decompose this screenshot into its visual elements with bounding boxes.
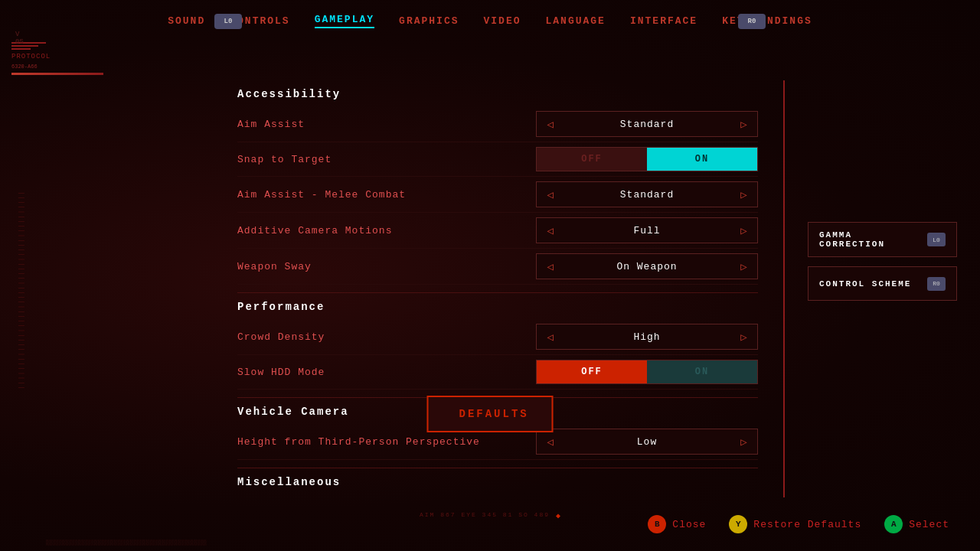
weapon-sway-selector[interactable]: ◁ On Weapon ▷: [536, 253, 758, 279]
setting-slow-hdd: Slow HDD Mode OFF ON: [237, 355, 758, 390]
crowd-density-value: High: [564, 331, 730, 343]
action-select[interactable]: A Select: [884, 515, 949, 533]
action-close[interactable]: B Close: [648, 515, 706, 533]
slow-hdd-on[interactable]: ON: [647, 360, 757, 383]
left-sidebar-decoration: ││││││││││││││││││││││││││││││││││││││││…: [15, 191, 27, 474]
section-performance: Performance: [237, 292, 758, 319]
aim-assist-label: Aim Assist: [237, 119, 536, 130]
aim-assist-selector[interactable]: ◁ Standard ▷: [536, 111, 758, 137]
snap-to-target-label: Snap to Target: [237, 154, 536, 165]
main-divider: [783, 80, 785, 497]
weapon-sway-next[interactable]: ▷: [730, 254, 757, 279]
control-scheme-badge: R0: [927, 277, 946, 291]
select-label: Select: [909, 519, 949, 530]
crowd-density-selector[interactable]: ◁ High ▷: [536, 324, 758, 350]
nav-interface[interactable]: INTERFACE: [630, 15, 697, 27]
slow-hdd-label: Slow HDD Mode: [237, 367, 536, 378]
controller-right-badge: R0: [738, 14, 766, 29]
right-panel: GAMMA CORRECTION L0 CONTROL SCHEME R0: [808, 222, 957, 301]
weapon-sway-prev[interactable]: ◁: [537, 254, 564, 279]
additive-camera-label: Additive Camera Motions: [237, 225, 536, 236]
snap-to-target-toggle[interactable]: OFF ON: [536, 147, 758, 171]
vehicle-height-value: Low: [564, 436, 730, 448]
logo-title: PROTOCOL: [11, 52, 126, 62]
vehicle-height-next[interactable]: ▷: [730, 429, 757, 454]
bottom-actions-bar: B Close Y Restore Defaults A Select: [0, 497, 980, 551]
restore-defaults-label: Restore Defaults: [753, 519, 861, 530]
setting-weapon-sway: Weapon Sway ◁ On Weapon ▷: [237, 249, 758, 285]
aim-assist-melee-label: Aim Assist - Melee Combat: [237, 189, 536, 201]
control-scheme-label: CONTROL SCHEME: [819, 279, 911, 289]
aim-assist-melee-selector[interactable]: ◁ Standard ▷: [536, 181, 758, 207]
weapon-sway-value: On Weapon: [564, 261, 730, 272]
weapon-sway-label: Weapon Sway: [237, 261, 536, 272]
gamma-correction-button[interactable]: GAMMA CORRECTION L0: [808, 222, 957, 257]
setting-additive-camera: Additive Camera Motions ◁ Full ▷: [237, 213, 758, 249]
aim-assist-melee-next[interactable]: ▷: [730, 182, 757, 207]
snap-to-target-on[interactable]: ON: [647, 148, 757, 171]
nav-graphics[interactable]: GRAPHICS: [399, 15, 459, 27]
nav-gameplay[interactable]: GAMEPLAY: [315, 14, 374, 28]
vehicle-height-selector[interactable]: ◁ Low ▷: [536, 429, 758, 455]
gamma-correction-badge: L0: [927, 233, 946, 246]
aim-assist-prev[interactable]: ◁: [537, 112, 564, 136]
gamma-correction-label: GAMMA CORRECTION: [819, 230, 921, 249]
crowd-density-next[interactable]: ▷: [730, 324, 757, 349]
action-restore-defaults[interactable]: Y Restore Defaults: [729, 515, 861, 533]
nav-key-bindings[interactable]: KEY BINDINGS: [722, 15, 812, 27]
vehicle-height-label: Height from Third-Person Perspective: [237, 436, 536, 448]
sidebar-vertical-text: ││││││││││││││││││││││││││││││││││││││││…: [15, 191, 27, 474]
b-button-icon: B: [648, 515, 666, 533]
slow-hdd-off[interactable]: OFF: [537, 360, 647, 383]
controller-left-badge: L0: [214, 14, 242, 29]
y-button-icon: Y: [729, 515, 747, 533]
left-badge-label: L0: [224, 18, 233, 25]
nav-language[interactable]: LANGUAGE: [546, 15, 606, 27]
snap-to-target-off[interactable]: OFF: [537, 148, 647, 171]
setting-crowd-density: Crowd Density ◁ High ▷: [237, 319, 758, 355]
vehicle-height-prev[interactable]: ◁: [537, 429, 564, 454]
additive-camera-value: Full: [564, 225, 730, 236]
logo-lines: [11, 42, 126, 50]
nav-sound[interactable]: SOUND: [168, 15, 205, 27]
a-button-icon: A: [884, 515, 903, 533]
v-version-label: V05: [15, 31, 24, 46]
aim-assist-next[interactable]: ▷: [730, 112, 757, 136]
section-accessibility: Accessibility: [237, 80, 758, 106]
additive-camera-selector[interactable]: ◁ Full ▷: [536, 217, 758, 243]
additive-camera-prev[interactable]: ◁: [537, 218, 564, 243]
setting-aim-assist-melee: Aim Assist - Melee Combat ◁ Standard ▷: [237, 177, 758, 213]
crowd-density-label: Crowd Density: [237, 331, 536, 343]
nav-video[interactable]: VIDEO: [484, 15, 521, 27]
section-miscellaneous: Miscellaneous: [237, 468, 758, 490]
crowd-density-prev[interactable]: ◁: [537, 324, 564, 349]
defaults-button[interactable]: DEFAULTS: [427, 396, 554, 432]
top-navigation: L0 SOUND CONTROLS GAMEPLAY GRAPHICS VIDE…: [0, 0, 980, 42]
right-badge-label: R0: [748, 18, 756, 25]
aim-assist-melee-prev[interactable]: ◁: [537, 182, 564, 207]
control-scheme-button[interactable]: CONTROL SCHEME R0: [808, 266, 957, 301]
close-label: Close: [672, 519, 706, 530]
aim-assist-melee-value: Standard: [564, 189, 730, 201]
setting-snap-to-target: Snap to Target OFF ON: [237, 142, 758, 177]
additive-camera-next[interactable]: ▷: [730, 218, 757, 243]
logo-area: PROTOCOL 6320-A66: [11, 42, 126, 75]
aim-assist-value: Standard: [564, 119, 730, 130]
logo-bar: [11, 73, 103, 75]
logo-code: 6320-A66: [11, 64, 126, 70]
setting-aim-assist: Aim Assist ◁ Standard ▷: [237, 106, 758, 142]
slow-hdd-toggle[interactable]: OFF ON: [536, 360, 758, 384]
